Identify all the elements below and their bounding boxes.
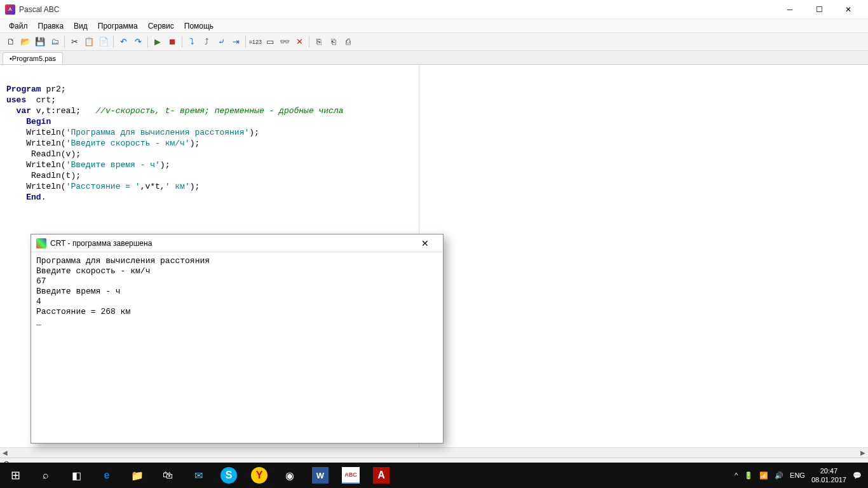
maximize-button[interactable]: ☐	[804, 0, 834, 19]
new-file-icon[interactable]: 🗋	[4, 35, 18, 49]
taskbar: ⊞ ⌕ ◧ e 📁 🛍 ✉ S Y ◉ W ABC A ^ 🔋 📶 🔊 ENG …	[0, 463, 868, 488]
variables-icon[interactable]: ≡123	[248, 35, 262, 49]
taskview-icon[interactable]: ◧	[61, 463, 92, 488]
string-literal: 'Расстояние = '	[66, 182, 140, 191]
tab-program5[interactable]: •Program5.pas	[3, 52, 63, 64]
kw-uses: uses	[6, 95, 26, 105]
stop-icon[interactable]: ⏹	[165, 35, 179, 49]
tray-time: 20:47	[811, 466, 846, 475]
toolbar: 🗋 📂 💾 🗂 ✂ 📋 📄 ↶ ↷ ▶ ⏹ ⤵ ⤴ ⤶ ⇥ ≡123 ▭ 👓 ✕…	[0, 33, 868, 51]
tray-battery-icon[interactable]: 🔋	[744, 471, 753, 480]
tray-language[interactable]: ENG	[790, 471, 805, 479]
comment: //v-скорость, t- время; переменные - дро…	[95, 106, 343, 116]
step-into-icon[interactable]: ⤵	[185, 35, 199, 49]
menu-view[interactable]: Вид	[69, 20, 93, 32]
window-controls: ─ ☐ ✕	[775, 0, 863, 19]
kw-end: End	[26, 193, 41, 202]
titlebar: A Pascal ABC ─ ☐ ✕	[0, 0, 868, 19]
app-icon: A	[5, 4, 15, 15]
scroll-right-icon[interactable]: ▶	[858, 449, 868, 456]
tray-network-icon[interactable]: 📶	[759, 471, 768, 480]
separator	[245, 36, 246, 48]
code-content[interactable]: Program pr2; uses crt; var v,t:real; //v…	[0, 65, 419, 209]
separator	[147, 36, 148, 48]
right-pane	[419, 65, 868, 447]
edge-icon[interactable]: e	[92, 463, 122, 488]
skype-icon[interactable]: S	[220, 467, 237, 484]
window-icon[interactable]: ▭	[263, 35, 277, 49]
output2-icon[interactable]: ⎗	[327, 35, 341, 49]
crt-app-icon	[36, 238, 46, 248]
close-button[interactable]: ✕	[834, 0, 863, 19]
editor-tabs: •Program5.pas	[0, 51, 868, 65]
run-to-cursor-icon[interactable]: ⇥	[229, 35, 243, 49]
cut-icon[interactable]: ✂	[67, 35, 81, 49]
output3-icon[interactable]: ⎙	[341, 35, 355, 49]
string-literal: ' км'	[165, 182, 190, 191]
menu-file[interactable]: Файл	[4, 20, 33, 32]
minimize-button[interactable]: ─	[775, 0, 804, 19]
pascal-icon[interactable]: ABC	[342, 467, 360, 484]
paste-icon[interactable]: 📄	[97, 35, 111, 49]
menu-edit[interactable]: Правка	[33, 20, 69, 32]
scroll-left-icon[interactable]: ◀	[0, 449, 10, 456]
crt-close-button[interactable]: ✕	[412, 234, 438, 252]
chrome-icon[interactable]: ◉	[275, 463, 305, 488]
open-file-icon[interactable]: 📂	[18, 35, 32, 49]
start-button[interactable]: ⊞	[0, 463, 31, 488]
kw-begin: Begin	[26, 117, 51, 126]
step-out-icon[interactable]: ⤶	[214, 35, 228, 49]
saveall-icon[interactable]: 🗂	[48, 35, 62, 49]
tray-up-icon[interactable]: ^	[735, 471, 738, 479]
redo-icon[interactable]: ↷	[131, 35, 145, 49]
string-literal: 'Введите время - ч'	[66, 160, 160, 170]
tray-clock[interactable]: 20:47 08.01.2017	[811, 466, 846, 484]
acrobat-icon[interactable]: A	[373, 467, 390, 484]
crt-dialog[interactable]: CRT - программа завершена ✕ Программа дл…	[31, 234, 444, 444]
crt-titlebar[interactable]: CRT - программа завершена ✕	[31, 234, 443, 252]
step-over-icon[interactable]: ⤴	[200, 35, 214, 49]
tray-date: 08.01.2017	[811, 475, 846, 484]
tray-notifications-icon[interactable]: 💬	[853, 471, 862, 480]
output1-icon[interactable]: ⎘	[312, 35, 326, 49]
kw-program: Program	[6, 85, 41, 94]
save-icon[interactable]: 💾	[33, 35, 47, 49]
undo-icon[interactable]: ↶	[116, 35, 130, 49]
watch-icon[interactable]: 👓	[278, 35, 292, 49]
window-title: Pascal ABC	[19, 5, 775, 14]
string-literal: 'Введите скорость - км/ч'	[66, 139, 190, 148]
menubar: Файл Правка Вид Программа Сервис Помощь	[0, 19, 868, 33]
separator	[113, 36, 114, 48]
separator	[309, 36, 309, 48]
crt-output[interactable]: Программа для вычисления расстояния Введ…	[31, 252, 443, 443]
word-icon[interactable]: W	[312, 467, 329, 484]
menu-service[interactable]: Сервис	[143, 20, 179, 32]
yandex-icon[interactable]: Y	[251, 467, 268, 484]
explorer-icon[interactable]: 📁	[122, 463, 153, 488]
horizontal-scrollbar[interactable]: ◀ ▶	[0, 447, 868, 458]
menu-program[interactable]: Программа	[93, 20, 143, 32]
separator	[182, 36, 182, 48]
system-tray: ^ 🔋 📶 🔊 ENG 20:47 08.01.2017 💬	[728, 466, 868, 484]
separator	[64, 36, 65, 48]
kw-var: var	[17, 106, 31, 116]
string-literal: 'Программа для вычисления расстояния'	[66, 128, 250, 137]
menu-help[interactable]: Помощь	[179, 20, 219, 32]
mail-icon[interactable]: ✉	[183, 463, 214, 488]
search-icon[interactable]: ⌕	[31, 463, 61, 488]
store-icon[interactable]: 🛍	[153, 463, 183, 488]
copy-icon[interactable]: 📋	[82, 35, 96, 49]
run-icon[interactable]: ▶	[151, 35, 165, 49]
clear-icon[interactable]: ✕	[292, 35, 306, 49]
tray-volume-icon[interactable]: 🔊	[775, 471, 783, 480]
crt-title: CRT - программа завершена	[50, 239, 412, 248]
